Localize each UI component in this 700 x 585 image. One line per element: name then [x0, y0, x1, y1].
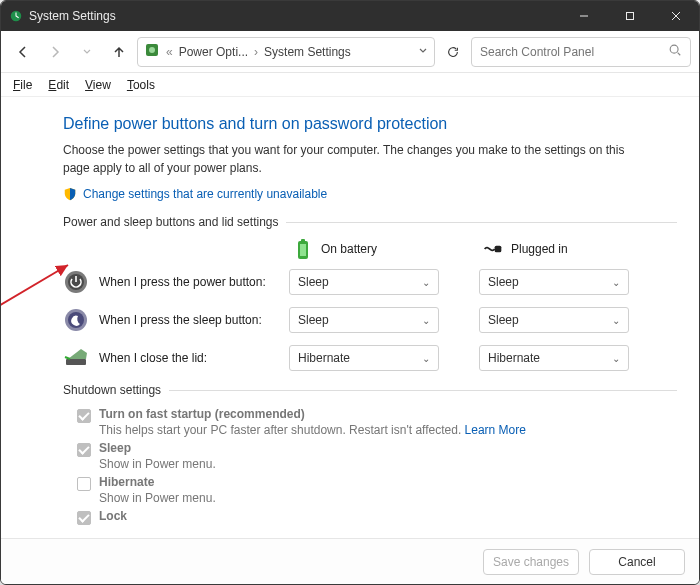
chevron-down-icon: ⌄ — [612, 353, 620, 364]
elevate-link[interactable]: Change settings that are currently unava… — [83, 187, 327, 201]
svg-rect-2 — [627, 13, 634, 20]
sd-item-sleep: Sleep Show in Power menu. — [77, 441, 677, 471]
group-header-label: Shutdown settings — [63, 383, 161, 397]
window-title: System Settings — [29, 9, 116, 23]
back-button[interactable] — [9, 38, 37, 66]
row-power-button: When I press the power button: Sleep⌄ Sl… — [63, 269, 677, 295]
battery-icon — [293, 239, 313, 259]
nav-row: « Power Opti... › System Settings — [1, 31, 699, 73]
content-area: Define power buttons and turn on passwor… — [1, 97, 699, 538]
menu-tools[interactable]: Tools — [121, 76, 161, 94]
search-box[interactable] — [471, 37, 691, 67]
up-button[interactable] — [105, 38, 133, 66]
refresh-button[interactable] — [439, 38, 467, 66]
menu-edit[interactable]: Edit — [42, 76, 75, 94]
minimize-button[interactable] — [561, 1, 607, 31]
control-panel-icon — [144, 42, 160, 61]
row-label: When I press the power button: — [99, 275, 289, 289]
sd-sub: This helps start your PC faster after sh… — [99, 423, 461, 437]
breadcrumb-item[interactable]: Power Opti... — [179, 45, 248, 59]
sd-sub: Show in Power menu. — [99, 491, 216, 505]
close-button[interactable] — [653, 1, 699, 31]
plug-icon — [483, 239, 503, 259]
column-headers: On battery Plugged in — [293, 239, 677, 259]
column-battery: On battery — [293, 239, 443, 259]
row-label: When I press the sleep button: — [99, 313, 289, 327]
lid-icon — [63, 345, 89, 371]
chevron-down-icon[interactable] — [418, 45, 428, 59]
column-plugged: Plugged in — [483, 239, 633, 259]
svg-point-7 — [670, 45, 678, 53]
sd-item-hibernate: Hibernate Show in Power menu. — [77, 475, 677, 505]
menu-file[interactable]: File — [7, 76, 38, 94]
checkbox-fast-startup[interactable] — [77, 409, 91, 423]
power-button-battery-select[interactable]: Sleep⌄ — [289, 269, 439, 295]
power-button-icon — [63, 269, 89, 295]
sleep-button-icon — [63, 307, 89, 333]
menu-view[interactable]: View — [79, 76, 117, 94]
app-icon — [9, 9, 23, 23]
checkbox-hibernate[interactable] — [77, 477, 91, 491]
sd-title: Sleep — [99, 441, 131, 455]
sd-title: Turn on fast startup (recommended) — [99, 407, 305, 421]
sleep-button-plugged-select[interactable]: Sleep⌄ — [479, 307, 629, 333]
checkbox-lock[interactable] — [77, 511, 91, 525]
group-header-shutdown: Shutdown settings — [63, 383, 677, 397]
menubar: File Edit View Tools — [1, 73, 699, 97]
sd-item-fast-startup: Turn on fast startup (recommended) This … — [77, 407, 677, 437]
row-label: When I close the lid: — [99, 351, 289, 365]
elevate-link-row: Change settings that are currently unava… — [63, 187, 677, 201]
save-button[interactable]: Save changes — [483, 549, 579, 575]
svg-rect-13 — [495, 246, 502, 253]
separator-icon: « — [166, 45, 173, 59]
system-settings-window: System Settings « Power Opti... › System… — [0, 0, 700, 585]
page-title: Define power buttons and turn on passwor… — [63, 115, 677, 133]
svg-line-8 — [678, 53, 681, 56]
chevron-down-icon: ⌄ — [422, 277, 430, 288]
sd-title: Lock — [99, 509, 127, 523]
sleep-button-battery-select[interactable]: Sleep⌄ — [289, 307, 439, 333]
uac-shield-icon — [63, 187, 77, 201]
learn-more-link[interactable]: Learn More — [465, 423, 526, 437]
svg-rect-11 — [301, 239, 305, 242]
chevron-down-icon: ⌄ — [612, 277, 620, 288]
group-header-label: Power and sleep buttons and lid settings — [63, 215, 278, 229]
recent-button[interactable] — [73, 38, 101, 66]
shutdown-list: Turn on fast startup (recommended) This … — [63, 407, 677, 525]
footer: Save changes Cancel — [1, 538, 699, 584]
row-sleep-button: When I press the sleep button: Sleep⌄ Sl… — [63, 307, 677, 333]
breadcrumb-item[interactable]: System Settings — [264, 45, 351, 59]
svg-point-6 — [149, 47, 155, 53]
group-header-power-buttons: Power and sleep buttons and lid settings — [63, 215, 677, 229]
cancel-button[interactable]: Cancel — [589, 549, 685, 575]
svg-rect-18 — [66, 359, 86, 365]
checkbox-sleep[interactable] — [77, 443, 91, 457]
search-icon — [668, 43, 682, 60]
forward-button[interactable] — [41, 38, 69, 66]
lid-plugged-select[interactable]: Hibernate⌄ — [479, 345, 629, 371]
sd-item-lock: Lock — [77, 509, 677, 525]
chevron-down-icon: ⌄ — [422, 353, 430, 364]
lid-battery-select[interactable]: Hibernate⌄ — [289, 345, 439, 371]
svg-rect-12 — [300, 244, 306, 256]
chevron-right-icon: › — [254, 45, 258, 59]
sd-title: Hibernate — [99, 475, 154, 489]
search-input[interactable] — [480, 45, 662, 59]
row-close-lid: When I close the lid: Hibernate⌄ Hiberna… — [63, 345, 677, 371]
page-description: Choose the power settings that you want … — [63, 141, 643, 177]
chevron-down-icon: ⌄ — [612, 315, 620, 326]
sd-sub: Show in Power menu. — [99, 457, 216, 471]
power-button-plugged-select[interactable]: Sleep⌄ — [479, 269, 629, 295]
maximize-button[interactable] — [607, 1, 653, 31]
svg-line-9 — [1, 265, 68, 327]
chevron-down-icon: ⌄ — [422, 315, 430, 326]
titlebar[interactable]: System Settings — [1, 1, 699, 31]
address-bar[interactable]: « Power Opti... › System Settings — [137, 37, 435, 67]
